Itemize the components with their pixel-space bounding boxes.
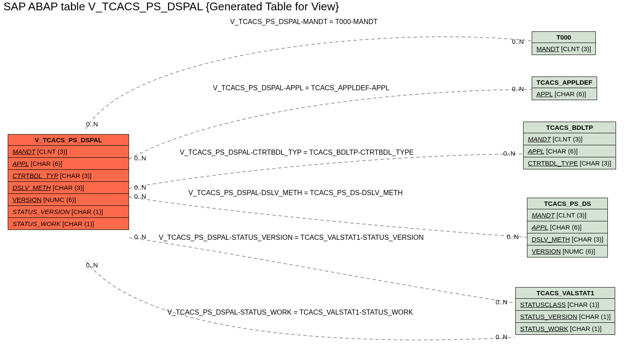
field-row: VERSION [NUMC (6)]: [527, 245, 607, 257]
cardinality-label: 0..N: [496, 298, 508, 306]
field-row: DSLV_METH [CHAR (3)]: [8, 182, 129, 194]
field-row: APPL [CHAR (6)]: [8, 158, 129, 170]
entity-tcacs_bdltp: TCACS_BDLTPMANDT [CLNT (3)]APPL [CHAR (6…: [523, 122, 616, 169]
relation-label: V_TCACS_PS_DSPAL-STATUS_VERSION = TCACS_…: [159, 234, 424, 242]
cardinality-label: 0..N: [86, 120, 98, 128]
cardinality-label: 0..N: [134, 233, 146, 240]
field-row: VERSION [NUMC (6)]: [8, 194, 129, 206]
entity-header: TCACS_VALSTAT1: [516, 288, 615, 299]
cardinality-label: 0..N: [134, 184, 146, 191]
entity-header: TCACS_PS_DS: [527, 198, 607, 209]
entity-header: T000: [532, 32, 595, 43]
field-row: CTRTBDL_TYP [CHAR (3)]: [8, 170, 129, 182]
relation-label: V_TCACS_PS_DSPAL-DSLV_METH = TCACS_PS_DS…: [188, 189, 403, 197]
field-row: APPL [CHAR (6)]: [527, 221, 607, 233]
cardinality-label: 0..N: [134, 193, 146, 200]
cardinality-label: 0..N: [503, 150, 515, 157]
cardinality-label: 0..N: [134, 154, 146, 162]
entity-tcacs_appldef: TCACS_APPLDEFAPPL [CHAR (6)]: [532, 77, 597, 100]
field-row: STATUS_WORK [CHAR (1)]: [8, 218, 129, 230]
entity-t000: T000MANDT [CLNT (3)]: [532, 31, 596, 55]
field-row: DSLV_METH [CHAR (3)]: [527, 233, 607, 245]
field-row: STATUSCLASS [CHAR (1)]: [516, 299, 615, 311]
page-title: SAP ABAP table V_TCACS_PS_DSPAL {Generat…: [3, 0, 339, 13]
entity-header: TCACS_APPLDEF: [532, 77, 597, 88]
relation-label: V_TCACS_PS_DSPAL-CTRTBDL_TYP = TCACS_BDL…: [180, 149, 414, 156]
entity-tcacs_valstat1: TCACS_VALSTAT1STATUSCLASS [CHAR (1)]STAT…: [515, 287, 615, 335]
relation-label: V_TCACS_PS_DSPAL-STATUS_WORK = TCACS_VAL…: [167, 309, 413, 316]
field-row: MANDT [CLNT (3)]: [8, 146, 129, 158]
field-row: MANDT [CLNT (3)]: [532, 43, 595, 55]
cardinality-label: 0..N: [512, 38, 524, 45]
cardinality-label: 0..N: [86, 261, 98, 269]
entity-main: V_TCACS_PS_DSPAL MANDT [CLNT (3)]APPL [C…: [8, 134, 129, 230]
field-row: STATUS_WORK [CHAR (1)]: [516, 323, 615, 334]
cardinality-label: 0..N: [496, 333, 508, 340]
field-row: APPL [CHAR (6)]: [532, 88, 597, 100]
entity-header: TCACS_BDLTP: [524, 122, 616, 133]
relation-label: V_TCACS_PS_DSPAL-APPL = TCACS_APPLDEF-AP…: [213, 84, 389, 92]
field-row: MANDT [CLNT (3)]: [527, 209, 607, 221]
cardinality-label: 0..N: [507, 233, 519, 240]
entity-main-header: V_TCACS_PS_DSPAL: [8, 135, 129, 146]
field-row: STATUS_VERSION [CHAR (1)]: [8, 206, 129, 218]
relation-label: V_TCACS_PS_DSPAL-MANDT = T000-MANDT: [230, 18, 378, 26]
field-row: STATUS_VERSION [CHAR (1)]: [516, 311, 615, 323]
entity-tcacs_ps_ds: TCACS_PS_DSMANDT [CLNT (3)]APPL [CHAR (6…: [527, 198, 608, 257]
field-row: CTRTBDL_TYPE [CHAR (3)]: [524, 157, 616, 169]
field-row: MANDT [CLNT (3)]: [524, 133, 616, 145]
field-row: APPL [CHAR (6)]: [524, 145, 616, 157]
cardinality-label: 0..N: [512, 85, 524, 92]
